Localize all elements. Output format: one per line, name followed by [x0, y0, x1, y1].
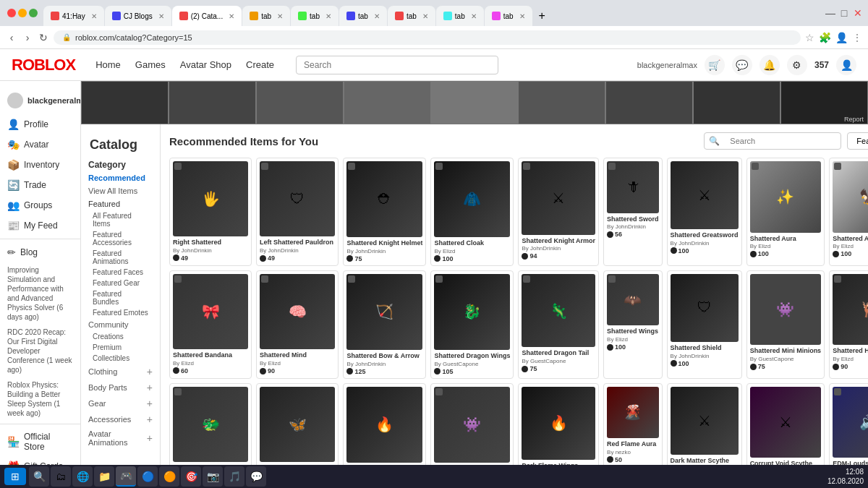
body-parts-expand[interactable]: + [147, 382, 153, 393]
featured-faces[interactable]: Featured Faces [85, 267, 156, 278]
item-card[interactable]: ⛑Shattered Knight HelmetBy JohnDrinkin75 [343, 158, 426, 266]
item-card[interactable]: 🛡Shattered ShieldBy JohnDrinkin100 [667, 270, 742, 379]
sidebar-item-official-store[interactable]: 🏪 Official Store [0, 427, 80, 456]
category-clothing[interactable]: Clothing + [85, 364, 156, 380]
item-card[interactable]: 🦎Shattered Dragon TailBy GuestCapone75 [518, 270, 599, 379]
item-card[interactable]: 🖐Right ShatteredBy JohnDrinkin49 [169, 158, 252, 266]
roblox-logo[interactable]: ROBLOX [12, 56, 75, 74]
nav-home[interactable]: Home [95, 56, 121, 73]
browser-tab-5[interactable]: tab ✕ [291, 6, 339, 26]
browser-tab-9[interactable]: tab ✕ [485, 6, 532, 26]
category-avatar-animations[interactable]: Avatar Animations + [85, 427, 156, 449]
item-card[interactable]: 👾Shattered Mini MinionsBy GuestCapone75 [746, 270, 825, 379]
browser-tab-add[interactable]: + [533, 6, 551, 26]
category-body-parts[interactable]: Body Parts + [85, 380, 156, 395]
featured-animations[interactable]: Featured Animations [85, 248, 156, 267]
browser-tab-1[interactable]: 41:Hay ✕ [43, 6, 104, 26]
taskbar-files[interactable]: 🗂 [51, 466, 71, 487]
nav-search-input[interactable] [296, 56, 498, 74]
accessories-expand[interactable]: + [147, 414, 153, 425]
item-card[interactable]: ⚔Shattered GreatswordBy JohnDrinkin100 [667, 158, 742, 266]
featured-all[interactable]: All Featured Items [85, 210, 156, 229]
url-bar[interactable]: 🔒 roblox.com/catalog?Category=15 [54, 30, 801, 45]
nav-avatar-shop[interactable]: Avatar Shop [180, 56, 231, 73]
item-card[interactable]: 🧠Shattered MindBy Elizd90 [256, 270, 339, 379]
category-recommended[interactable]: Recommended [85, 171, 156, 184]
extensions-icon[interactable]: 🧩 [819, 32, 831, 43]
sidebar-item-groups[interactable]: 👥 Groups [0, 195, 80, 215]
item-card[interactable]: 🛡Left Shattered PauldronBy JohnDrinkin49 [256, 158, 339, 266]
featured-emotes[interactable]: Featured Emotes [85, 307, 156, 318]
sidebar-item-profile[interactable]: 👤 Profile [0, 114, 80, 134]
sidebar-item-blog[interactable]: ✏ Blog [0, 242, 80, 262]
sort-select[interactable]: Featured Relevance Price Low Price High [847, 132, 868, 150]
nav-create[interactable]: Create [246, 56, 274, 73]
sidebar-item-avatar[interactable]: 🎭 Avatar [0, 134, 80, 155]
profile-icon[interactable]: 👤 [835, 32, 848, 43]
taskbar-app-2[interactable]: 🟠 [159, 466, 179, 487]
item-card[interactable]: 🐉Shattered Dragon WingsBy GuestCapone105 [430, 270, 514, 379]
report-button[interactable]: Report [844, 116, 864, 123]
category-gear[interactable]: Gear + [85, 395, 156, 411]
start-button[interactable]: ⊞ [4, 468, 26, 485]
item-card[interactable]: 🎀Shattered BandanaBy Elizd60 [169, 270, 252, 379]
taskbar-app-4[interactable]: 📷 [203, 466, 223, 487]
gear-expand[interactable]: + [147, 398, 153, 409]
item-card[interactable]: 🏹Shattered Bow & ArrowBy JohnDrinkin125 [343, 270, 426, 379]
minimize-btn[interactable]: — [825, 7, 836, 19]
clothing-expand[interactable]: + [147, 366, 153, 377]
nav-games[interactable]: Games [135, 56, 166, 73]
taskbar-roblox[interactable]: 🎮 [116, 466, 136, 487]
maximize-btn[interactable]: □ [838, 7, 850, 19]
browser-tab-2[interactable]: CJ Blogs ✕ [105, 6, 171, 26]
browser-tab-6[interactable]: tab ✕ [339, 6, 387, 26]
sidebar-blog-post-3[interactable]: Roblox Physics: Building a Better Sleep … [0, 377, 80, 421]
forward-btn[interactable]: › [22, 32, 33, 43]
item-card[interactable]: 🧥Shattered CloakBy Elizd100 [430, 158, 514, 266]
sidebar-item-inventory[interactable]: 📦 Inventory [0, 155, 80, 175]
taskbar-app-3[interactable]: 🎯 [181, 466, 201, 487]
chat-icon[interactable]: 💬 [732, 55, 752, 75]
taskbar-app-1[interactable]: 🔵 [137, 466, 158, 487]
sidebar-item-myfeed[interactable]: 📰 My Feed [0, 215, 80, 236]
community-collectibles[interactable]: Collectibles [85, 353, 156, 364]
avatar-icon[interactable]: 👤 [836, 55, 856, 75]
settings-icon[interactable]: ⚙ [787, 55, 807, 75]
featured-gear[interactable]: Featured Gear [85, 278, 156, 288]
community-creations[interactable]: Creations [85, 331, 156, 342]
browser-tab-7[interactable]: tab ✕ [388, 6, 435, 26]
notifications-icon[interactable]: 🔔 [760, 55, 780, 75]
browser-tab-4[interactable]: tab ✕ [242, 6, 290, 26]
item-card[interactable]: ⚔Shattered Knight ArmorBy JohnDrinkin94 [518, 158, 599, 266]
community-premium[interactable]: Premium [85, 342, 156, 353]
browser-tab-3-active[interactable]: (2) Cata... ✕ [172, 6, 242, 26]
sidebar-blog-post-2[interactable]: RDC 2020 Recap: Our First Digital Develo… [0, 325, 80, 377]
featured-bundles[interactable]: Featured Bundles [85, 288, 156, 307]
taskbar-browser[interactable]: 🌐 [72, 466, 93, 487]
taskbar-chat[interactable]: 💬 [246, 466, 266, 487]
item-card[interactable]: ✨Shattered AuraBy Elizd100 [746, 158, 825, 266]
reload-btn[interactable]: ↻ [38, 32, 49, 43]
category-community[interactable]: Community [85, 318, 156, 331]
category-view-all[interactable]: View All Items [85, 184, 156, 197]
back-btn[interactable]: ‹ [6, 32, 17, 43]
item-card[interactable]: 🗡Shattered SwordBy JohnDrinkin56 [603, 158, 663, 266]
taskbar-search[interactable]: 🔍 [29, 466, 49, 487]
bookmark-icon[interactable]: ☆ [805, 32, 814, 43]
catalog-search-input[interactable] [724, 134, 825, 148]
avatar-animations-expand[interactable]: + [147, 432, 153, 444]
cart-icon[interactable]: 🛒 [705, 55, 725, 75]
sidebar-blog-post-1[interactable]: Improving Simulation and Performance wit… [0, 262, 80, 325]
item-card[interactable]: 🦇Shattered WingsBy Elizd100 [603, 270, 663, 379]
category-featured[interactable]: Featured [85, 197, 156, 210]
browser-tab-8[interactable]: tab ✕ [436, 6, 484, 26]
item-card[interactable]: 🦅Shattered Angel WingsBy Elizd100 [829, 158, 868, 266]
taskbar-app-5[interactable]: 🎵 [224, 466, 244, 487]
close-btn[interactable]: ✕ [852, 7, 864, 19]
sidebar-item-trade[interactable]: 🔄 Trade [0, 175, 80, 195]
menu-icon[interactable]: ⋮ [852, 32, 862, 43]
category-accessories[interactable]: Accessories + [85, 411, 156, 427]
taskbar-folder[interactable]: 📁 [94, 466, 114, 487]
item-card[interactable]: 🦌Shattered HornsBy Elizd90 [829, 270, 868, 379]
featured-accessories[interactable]: Featured Accessories [85, 229, 156, 248]
